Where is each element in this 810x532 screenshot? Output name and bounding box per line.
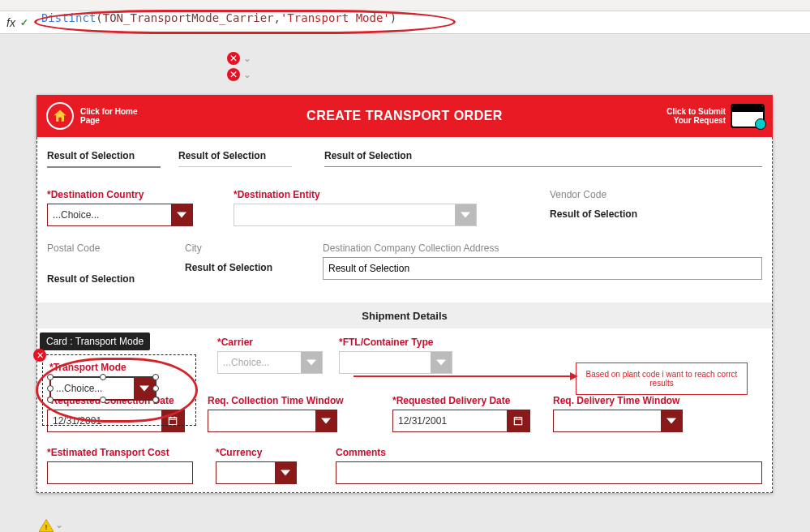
error-chip[interactable]: ✕ ⌄ bbox=[227, 52, 251, 65]
city-value: Result of Selection bbox=[185, 257, 298, 278]
currency-field: *Currency bbox=[216, 447, 313, 484]
destination-country-select[interactable]: ...Choice... bbox=[47, 204, 193, 226]
delivery-time-window-value bbox=[554, 410, 661, 431]
dropdown-icon[interactable] bbox=[315, 410, 336, 431]
carrier-value: ...Choice... bbox=[218, 352, 301, 373]
estimated-cost-label: *Estimated Transport Cost bbox=[47, 447, 193, 458]
dropdown-icon[interactable] bbox=[301, 352, 322, 373]
result-of-selection: Result of Selection bbox=[324, 145, 762, 167]
dropdown-icon[interactable] bbox=[455, 204, 476, 225]
app-header: Click for Home Page CREATE TRANSPORT ORD… bbox=[36, 95, 773, 137]
collection-address-label: Destination Company Collection Address bbox=[323, 242, 762, 254]
error-chip[interactable]: ✕ ⌄ bbox=[227, 68, 251, 81]
transport-mode-select-wrap: ...Choice... bbox=[49, 376, 156, 401]
destination-entity-label: *Destination Entity bbox=[234, 189, 477, 200]
destination-country-value: ...Choice... bbox=[48, 204, 171, 225]
home-label: Click for Home Page bbox=[80, 107, 138, 125]
resize-handle[interactable] bbox=[152, 397, 159, 403]
formula-arg1: TON_TransportMode_Carrier bbox=[103, 11, 274, 24]
comments-field: Comments bbox=[336, 447, 762, 484]
dropdown-icon[interactable] bbox=[431, 352, 452, 373]
result-row: Result of Selection Result of Selection … bbox=[37, 145, 772, 168]
vendor-code-value: Result of Selection bbox=[550, 204, 696, 225]
ftl-label: *FTL/Container Type bbox=[339, 337, 452, 348]
dropdown-icon[interactable] bbox=[661, 410, 682, 431]
resize-handle[interactable] bbox=[152, 385, 159, 392]
result-of-selection: Result of Selection bbox=[178, 145, 292, 167]
transport-mode-value: ...Choice... bbox=[51, 378, 134, 399]
ftl-select[interactable] bbox=[339, 351, 452, 374]
page-title: CREATE TRANSPORT ORDER bbox=[306, 109, 503, 123]
resize-handle[interactable] bbox=[100, 397, 106, 403]
chevron-down-icon: ⌄ bbox=[243, 69, 251, 80]
requested-delivery-date-input[interactable]: 12/31/2001 bbox=[392, 410, 530, 432]
canvas: ✕ ⌄ ✕ ⌄ Click for Home Page CREATE TRANS… bbox=[0, 34, 810, 532]
formula-bar: fx ✓ Distinct(TON_TransportMode_Carrier,… bbox=[0, 11, 810, 34]
warning-icon[interactable]: ! bbox=[39, 519, 54, 532]
card-tooltip: Card : Transport Mode bbox=[40, 332, 150, 350]
collection-time-window-value bbox=[208, 410, 315, 431]
destination-entity-value bbox=[234, 204, 455, 225]
chevron-down-icon[interactable]: ⌄ bbox=[55, 519, 63, 530]
submit-label: Click to Submit Your Request bbox=[666, 107, 726, 125]
destination-country-field: *Destination Country ...Choice... bbox=[47, 189, 193, 226]
resize-handle[interactable] bbox=[47, 374, 54, 380]
carrier-select[interactable]: ...Choice... bbox=[217, 351, 323, 374]
requested-delivery-date-value: 12/31/2001 bbox=[393, 410, 507, 431]
postal-code-value: Result of Selection bbox=[47, 268, 161, 290]
collection-time-window-label: Req. Collection Time Window bbox=[208, 395, 370, 406]
collection-address-input[interactable]: Result of Selection bbox=[323, 257, 762, 280]
currency-value bbox=[216, 462, 275, 483]
estimated-cost-field: *Estimated Transport Cost bbox=[47, 447, 193, 484]
city-label: City bbox=[185, 242, 298, 254]
annotation-arrow bbox=[354, 375, 576, 377]
destination-country-label: *Destination Country bbox=[47, 189, 193, 200]
formula-fn: Distinct bbox=[41, 11, 96, 24]
collection-time-window-field: Req. Collection Time Window bbox=[208, 395, 370, 432]
estimated-cost-input[interactable] bbox=[47, 461, 193, 484]
comma: , bbox=[273, 11, 280, 24]
resize-handle[interactable] bbox=[152, 374, 159, 380]
delivery-time-window-select[interactable] bbox=[553, 410, 683, 432]
requested-delivery-date-label: *Requested Delivery Date bbox=[392, 395, 530, 406]
postal-code-field: Postal Code Result of Selection bbox=[47, 242, 161, 290]
collection-time-window-select[interactable] bbox=[208, 410, 337, 432]
ftl-field: *FTL/Container Type bbox=[339, 337, 452, 374]
section-shipment-details: Shipment Details bbox=[37, 302, 772, 328]
collection-address-value: Result of Selection bbox=[328, 263, 409, 274]
home-icon bbox=[46, 102, 74, 130]
carrier-field: *Carrier ...Choice... bbox=[217, 337, 323, 374]
formula-confirm-icon[interactable]: ✓ bbox=[19, 17, 36, 28]
home-button[interactable]: Click for Home Page bbox=[46, 102, 138, 130]
comments-input[interactable] bbox=[336, 461, 762, 484]
submit-button[interactable]: Click to Submit Your Request bbox=[666, 104, 765, 128]
resize-handle[interactable] bbox=[47, 397, 54, 403]
app-screen: Click for Home Page CREATE TRANSPORT ORD… bbox=[36, 95, 773, 493]
vendor-code-label: Vendor Code bbox=[550, 189, 696, 200]
delivery-time-window-field: Req. Delivery Time Window bbox=[553, 395, 715, 432]
carrier-label: *Carrier bbox=[217, 337, 323, 348]
requested-delivery-date-field: *Requested Delivery Date 12/31/2001 bbox=[392, 395, 530, 432]
comments-label: Comments bbox=[336, 447, 762, 458]
resize-handle[interactable] bbox=[47, 385, 54, 392]
formula-bar-wrap: fx ✓ Distinct(TON_TransportMode_Carrier,… bbox=[0, 11, 810, 34]
address-row: Postal Code Result of Selection City Res… bbox=[37, 242, 772, 290]
currency-label: *Currency bbox=[216, 447, 313, 458]
dropdown-icon[interactable] bbox=[275, 462, 296, 483]
resize-handle[interactable] bbox=[100, 374, 106, 380]
calendar-icon[interactable] bbox=[507, 410, 529, 431]
transport-mode-label: *Transport Mode bbox=[49, 362, 189, 373]
delete-card-icon[interactable]: ✕ bbox=[33, 349, 46, 362]
formula-input[interactable]: Distinct(TON_TransportMode_Carrier,'Tran… bbox=[36, 11, 810, 33]
ftl-value bbox=[340, 352, 431, 373]
dropdown-icon[interactable] bbox=[171, 204, 192, 225]
fx-label: fx bbox=[0, 16, 19, 29]
error-icon: ✕ bbox=[227, 52, 240, 65]
destination-entity-select[interactable] bbox=[234, 204, 477, 226]
annotation-box: Based on plant code i want to reach corr… bbox=[576, 363, 748, 395]
home-label-l2: Page bbox=[80, 116, 138, 125]
error-indicators: ✕ ⌄ ✕ ⌄ bbox=[227, 52, 251, 84]
paren-open: ( bbox=[96, 11, 102, 24]
selected-card-transport-mode[interactable]: Card : Transport Mode ✕ *Transport Mode … bbox=[42, 354, 196, 426]
currency-select[interactable] bbox=[216, 461, 297, 484]
